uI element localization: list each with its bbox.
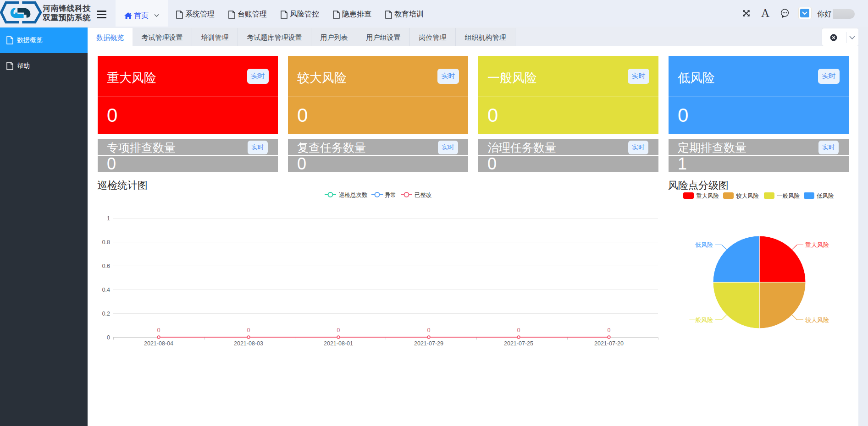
svg-text:2021-08-01: 2021-08-01 [324,340,353,347]
svg-text:较大风险: 较大风险 [736,193,759,199]
svg-text:0: 0 [427,327,431,333]
svg-text:较大风险: 较大风险 [805,317,829,323]
svg-text:2021-07-29: 2021-07-29 [414,340,443,347]
svg-text:2021-08-04: 2021-08-04 [144,340,173,347]
svg-text:0.8: 0.8 [102,239,110,246]
svg-text:1: 1 [107,215,110,222]
svg-text:0.4: 0.4 [102,287,110,293]
svg-text:0: 0 [247,327,250,333]
svg-text:重大风险: 重大风险 [805,241,829,248]
svg-text:0.6: 0.6 [102,263,110,269]
svg-text:2021-07-25: 2021-07-25 [504,340,533,347]
svg-text:巡检总次数: 巡检总次数 [339,192,368,198]
svg-text:2021-08-03: 2021-08-03 [234,340,263,347]
svg-text:异常: 异常 [385,192,396,198]
svg-text:0: 0 [608,327,611,333]
svg-text:低风险: 低风险 [817,193,834,199]
svg-text:低风险: 低风险 [695,241,713,248]
svg-text:一般风险: 一般风险 [777,193,800,199]
svg-text:0: 0 [157,327,160,333]
svg-text:0: 0 [107,334,110,341]
svg-text:0: 0 [517,327,520,333]
svg-text:已整改: 已整改 [415,192,432,198]
svg-text:0.2: 0.2 [102,311,110,317]
svg-text:重大风险: 重大风险 [696,193,719,199]
svg-text:0: 0 [337,327,340,333]
svg-text:2021-07-20: 2021-07-20 [594,340,624,347]
svg-text:一般风险: 一般风险 [689,317,713,323]
